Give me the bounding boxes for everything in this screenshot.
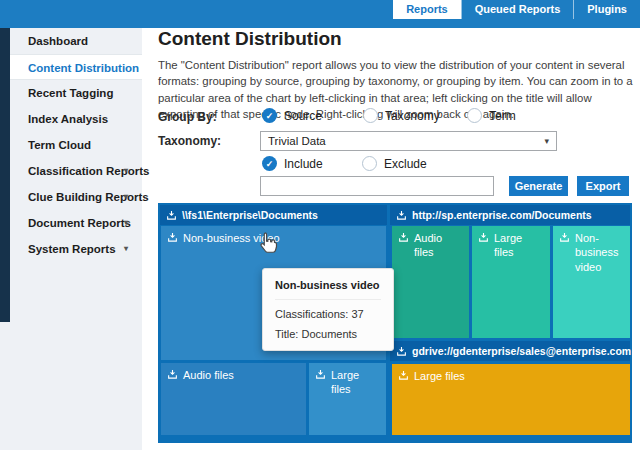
export-node-icon (396, 210, 407, 221)
export-node-icon (478, 232, 489, 243)
sidebar-item-system-reports[interactable]: System Reports ▾ (0, 236, 142, 262)
tooltip-classifications: Classifications: 37 (275, 308, 381, 320)
radio-term[interactable]: Term (467, 108, 516, 123)
treemap-tile-audio-files-fs1[interactable]: Audio files (161, 363, 306, 435)
filter-input[interactable] (260, 176, 494, 196)
radio-exclude[interactable]: Exclude (362, 156, 427, 171)
section-title-text: http://sp.enterprise.com/Documents (412, 209, 592, 221)
tooltip-title-line: Title: Documents (275, 328, 381, 340)
tile-label: Audio files (414, 231, 463, 260)
export-node-icon (559, 232, 570, 243)
app-window: Reports Queued Reports Plugins Dashboard… (0, 0, 640, 450)
export-node-icon (398, 232, 409, 243)
radio-taxonomy-label: Taxonomy (385, 109, 440, 123)
sidebar-item-index-analysis[interactable]: Index Analysis (0, 106, 142, 132)
chevron-down-icon: ▾ (124, 210, 128, 236)
sidebar-item-recent-tagging[interactable]: Recent Tagging (0, 80, 142, 106)
sidebar-item-label: Classification Reports (28, 165, 149, 177)
tile-label: Large files (494, 231, 544, 260)
sidebar: Dashboard Content Distribution Recent Ta… (0, 28, 142, 450)
tab-queued-reports[interactable]: Queued Reports (461, 0, 574, 19)
export-node-icon (167, 369, 178, 380)
treemap-section-title-fs1[interactable]: \\fs1\Enterprise\Documents (160, 205, 387, 225)
top-bar: Reports Queued Reports Plugins (0, 0, 640, 28)
treemap-tile-large-files-sharepoint[interactable]: Large files (472, 226, 550, 338)
radio-unchecked-icon (362, 156, 377, 171)
page-title: Content Distribution (158, 28, 342, 50)
sidebar-item-document-reports[interactable]: Document Reports ▾ (0, 210, 142, 236)
tile-label: Large files (331, 368, 380, 397)
radio-unchecked-icon (363, 108, 378, 123)
chevron-down-icon: ▾ (544, 132, 549, 150)
export-button[interactable]: Export (577, 176, 629, 196)
tooltip-title: Non-business video (275, 279, 381, 300)
sidebar-item-term-cloud[interactable]: Term Cloud (0, 132, 142, 158)
hand-pointer-cursor-icon (256, 230, 280, 260)
content-distribution-treemap: \\fs1\Enterprise\Documents http://sp.ent… (158, 203, 632, 443)
sidebar-item-classification-reports[interactable]: Classification Reports ▾ (0, 158, 142, 184)
export-node-icon (396, 346, 407, 357)
group-by-label: Group By: (158, 110, 217, 124)
tile-label: Audio files (183, 368, 234, 382)
sidebar-item-dashboard[interactable]: Dashboard (0, 28, 142, 54)
radio-term-label: Term (489, 109, 516, 123)
export-node-icon (166, 210, 177, 221)
tab-reports[interactable]: Reports (393, 0, 461, 19)
generate-button[interactable]: Generate (509, 176, 568, 196)
tile-label: Large files (414, 369, 465, 383)
treemap-section-title-sharepoint[interactable]: http://sp.enterprise.com/Documents (390, 205, 630, 225)
chevron-down-icon: ▾ (124, 158, 128, 184)
radio-taxonomy[interactable]: Taxonomy (363, 108, 440, 123)
radio-source-label: Source (284, 109, 322, 123)
check-icon: ✓ (266, 159, 274, 169)
sidebar-item-label: System Reports (28, 243, 116, 255)
treemap-section-title-gdrive[interactable]: gdrive://gdenterprise/sales@enterprise.c… (390, 341, 630, 361)
taxonomy-label: Taxonomy: (158, 134, 221, 148)
taxonomy-select[interactable]: Trivial Data ▾ (260, 131, 557, 151)
radio-checked-icon: ✓ (262, 108, 277, 123)
collapsed-nav-strip[interactable] (0, 28, 10, 322)
taxonomy-select-value: Trivial Data (268, 135, 326, 147)
treemap-tile-audio-files-sharepoint[interactable]: Audio files (392, 226, 469, 338)
radio-exclude-label: Exclude (384, 157, 427, 171)
export-node-icon (167, 232, 178, 243)
check-icon: ✓ (266, 111, 274, 121)
section-title-text: gdrive://gdenterprise/sales@enterprise.c… (412, 345, 631, 357)
treemap-tile-nonbusiness-video-sharepoint[interactable]: Non-business video (553, 226, 630, 338)
chevron-down-icon: ▾ (124, 236, 128, 262)
section-title-text: \\fs1\Enterprise\Documents (182, 209, 318, 221)
tab-plugins[interactable]: Plugins (573, 0, 640, 19)
tile-label: Non-business video (575, 231, 624, 274)
treemap-tile-large-files-gdrive[interactable]: Large files (392, 364, 630, 435)
sidebar-item-label: Document Reports (28, 217, 131, 229)
radio-unchecked-icon (467, 108, 482, 123)
sidebar-item-clue-building-reports[interactable]: Clue Building Reports ▾ (0, 184, 142, 210)
export-node-icon (398, 370, 409, 381)
radio-include[interactable]: ✓ Include (262, 156, 323, 171)
sidebar-item-label: Clue Building Reports (28, 191, 149, 203)
radio-source[interactable]: ✓ Source (262, 108, 322, 123)
chevron-down-icon: ▾ (124, 184, 128, 210)
radio-checked-icon: ✓ (262, 156, 277, 171)
export-node-icon (315, 369, 326, 380)
treemap-tile-large-files-fs1[interactable]: Large files (309, 363, 386, 435)
treemap-tooltip: Non-business video Classifications: 37 T… (262, 268, 394, 351)
sidebar-item-content-distribution[interactable]: Content Distribution (0, 54, 142, 80)
radio-include-label: Include (284, 157, 323, 171)
tab-strip: Reports Queued Reports Plugins (393, 0, 640, 19)
